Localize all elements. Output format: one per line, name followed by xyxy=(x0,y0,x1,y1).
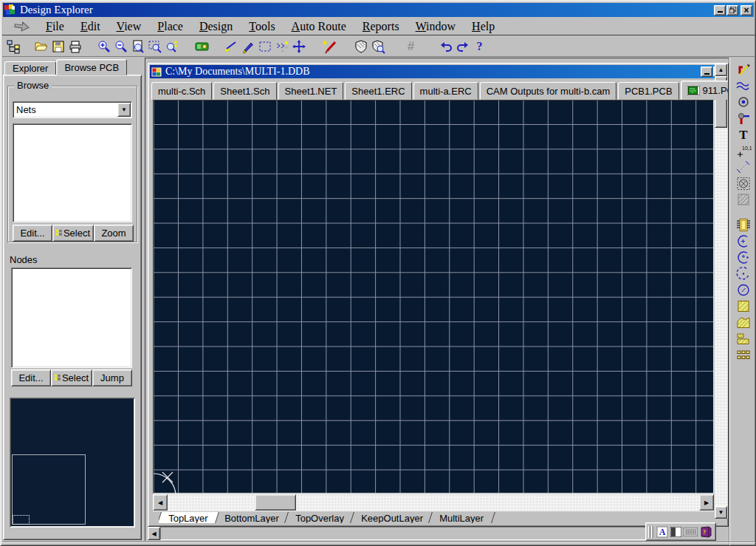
toggle-grid[interactable]: # xyxy=(402,38,419,55)
scroll-left-icon[interactable]: ◀ xyxy=(148,527,160,540)
place-split-plane[interactable] xyxy=(735,330,752,347)
design-manager-toggle[interactable] xyxy=(5,38,22,55)
h-scroll-thumb[interactable] xyxy=(255,494,296,511)
tab-sheet1-erc[interactable]: Sheet1.ERC xyxy=(345,82,411,100)
scroll-down-icon[interactable]: ▼ xyxy=(715,506,727,519)
menu-place[interactable]: Place xyxy=(149,19,191,34)
move-object[interactable] xyxy=(290,38,307,55)
nodes-edit-button[interactable]: Edit... xyxy=(11,369,51,386)
select-button[interactable]: Select xyxy=(52,225,94,242)
contrast-display-icon[interactable] xyxy=(669,524,683,540)
print[interactable] xyxy=(66,38,83,55)
zoom-area[interactable] xyxy=(146,38,163,55)
help-book-icon[interactable]: ? xyxy=(698,524,713,540)
chevron-down-icon[interactable]: ▼ xyxy=(117,103,131,117)
layer-tab-topoverlay[interactable]: TopOverlay xyxy=(284,512,357,523)
viewport-indicator[interactable] xyxy=(13,515,30,525)
menu-arrow-icon[interactable] xyxy=(14,21,30,32)
layer-tab-toplayer[interactable]: TopLayer xyxy=(159,512,219,523)
menu-tools[interactable]: Tools xyxy=(241,19,283,34)
undo[interactable] xyxy=(437,38,454,55)
menu-design[interactable]: Design xyxy=(191,19,241,34)
tab-multi-c-sch[interactable]: multi-c.Sch xyxy=(151,82,212,100)
h-scroll-track[interactable] xyxy=(160,527,656,540)
place-coordinate[interactable]: 10,10 xyxy=(735,143,752,159)
place-interactive-track[interactable] xyxy=(735,61,752,78)
zoom-selection[interactable] xyxy=(163,38,180,55)
place-fill[interactable] xyxy=(735,298,752,314)
place-arc-edge[interactable] xyxy=(735,249,752,265)
scroll-up-icon[interactable]: ▲ xyxy=(715,64,727,76)
place-component[interactable] xyxy=(735,216,752,233)
edit-button[interactable]: Edit... xyxy=(13,225,52,242)
help[interactable]: ? xyxy=(471,38,488,55)
layer-tab-multilayer[interactable]: MultiLayer xyxy=(427,512,495,523)
cutter-tool[interactable] xyxy=(222,38,239,55)
place-arc-center[interactable] xyxy=(735,233,752,249)
menu-file[interactable]: File xyxy=(38,19,72,34)
place-full-circle[interactable] xyxy=(735,281,752,298)
canvas-h-scrollbar[interactable]: ◀ ▶ xyxy=(153,494,714,511)
menu-window[interactable]: Window xyxy=(408,19,464,34)
zoom-in[interactable] xyxy=(95,38,112,55)
tab-multi-a-erc[interactable]: multi-a.ERC xyxy=(413,82,478,100)
browse-library[interactable] xyxy=(193,38,210,55)
zoom-out[interactable] xyxy=(112,38,129,55)
keyboard-shortcuts-icon[interactable] xyxy=(683,524,698,540)
workspace-h-scrollbar[interactable]: ◀ xyxy=(148,527,657,541)
place-via[interactable] xyxy=(735,94,752,110)
zoom-document[interactable] xyxy=(129,38,146,55)
place-wave-track[interactable] xyxy=(735,78,752,94)
jump-button[interactable]: Jump xyxy=(92,369,132,386)
place-hatched-fill[interactable] xyxy=(735,191,752,208)
nodes-select-button[interactable]: Select xyxy=(51,369,92,386)
zoom-button[interactable]: Zoom xyxy=(94,225,134,242)
workspace-v-scrollbar[interactable]: ▲ ▼ xyxy=(715,64,728,519)
scroll-left-icon[interactable]: ◀ xyxy=(153,494,168,511)
scroll-right-icon[interactable]: ▶ xyxy=(699,494,714,511)
minimize-icon[interactable] xyxy=(714,5,726,16)
place-dimension[interactable] xyxy=(735,159,752,175)
design-rule-check[interactable] xyxy=(352,38,369,55)
tab-sheet1-net[interactable]: Sheet1.NET xyxy=(278,82,344,100)
menu-help[interactable]: Help xyxy=(464,19,503,34)
place-arc-angles[interactable] xyxy=(735,265,752,281)
tab-911-pcb[interactable]: 911.PCB xyxy=(681,81,729,100)
place-pad-array[interactable] xyxy=(735,347,752,363)
tab-explorer[interactable]: Explorer xyxy=(4,61,56,75)
open-document[interactable] xyxy=(32,38,49,55)
menu-auto-route[interactable]: Auto Route xyxy=(284,19,354,34)
toolbar-grip[interactable] xyxy=(651,526,653,538)
deselect-all[interactable] xyxy=(273,38,290,55)
menu-view[interactable]: View xyxy=(109,19,150,34)
tab-pcb1-pcb[interactable]: PCB1.PCB xyxy=(618,82,678,100)
nodes-listbox[interactable] xyxy=(11,267,132,368)
place-polygon-plane[interactable] xyxy=(735,314,752,330)
menu-reports[interactable]: Reports xyxy=(354,19,408,34)
browse-mode-dropdown[interactable]: Nets ▼ xyxy=(13,101,132,118)
board-preview-minimap[interactable] xyxy=(10,397,135,528)
layer-tab-bottomlayer[interactable]: BottomLayer xyxy=(213,512,291,523)
text-find-icon[interactable]: A xyxy=(656,524,670,540)
tab-cam-outputs[interactable]: CAM Outputs for multi-b.cam xyxy=(480,82,617,100)
redo[interactable] xyxy=(454,38,471,55)
close-icon[interactable]: × xyxy=(740,5,752,16)
draw-tool[interactable] xyxy=(239,38,256,55)
wizard[interactable] xyxy=(320,38,337,55)
tab-browse-pcb[interactable]: Browse PCB xyxy=(56,59,127,75)
place-pad[interactable] xyxy=(735,110,752,126)
restore-icon[interactable] xyxy=(726,5,738,16)
save-document[interactable] xyxy=(49,38,66,55)
place-string[interactable]: T xyxy=(735,126,752,143)
app-title: Design Explorer xyxy=(20,4,93,16)
browse-violations[interactable] xyxy=(369,38,386,55)
pcb-canvas[interactable] xyxy=(153,100,714,494)
layer-tab-keepoutlayer[interactable]: KeepOutLayer xyxy=(349,512,435,523)
place-room[interactable] xyxy=(735,175,752,191)
menu-edit[interactable]: Edit xyxy=(72,19,109,34)
toolbar-grip[interactable] xyxy=(648,526,650,538)
minimize-icon[interactable] xyxy=(701,66,712,77)
select-area[interactable] xyxy=(256,38,273,55)
nets-listbox[interactable] xyxy=(13,123,132,222)
tab-sheet1-sch[interactable]: Sheet1.Sch xyxy=(213,82,276,100)
